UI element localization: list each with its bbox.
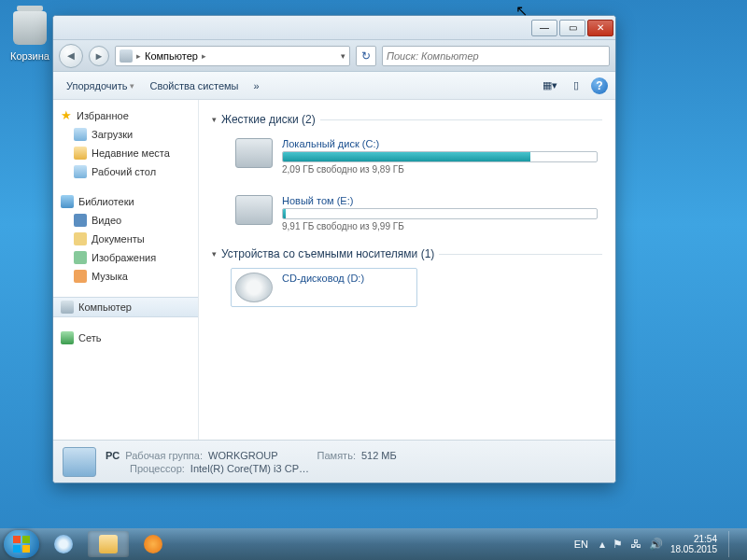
tray-expand-icon[interactable]: ▴ (599, 538, 605, 551)
hdd-icon (235, 138, 273, 168)
organize-button[interactable]: Упорядочить ▾ (61, 77, 140, 94)
group-header-label: Жесткие диски (2) (221, 113, 316, 126)
sidebar-favorites[interactable]: ★ Избранное (53, 105, 198, 125)
cpu-label: Процессор: (130, 463, 185, 474)
content-pane: ▾ Жесткие диски (2) Локальный диск (C:) … (199, 100, 615, 440)
system-properties-label: Свойства системы (149, 80, 238, 91)
drive-title: Локальный диск (C:) (282, 138, 598, 149)
search-input[interactable] (387, 50, 605, 62)
system-properties-button[interactable]: Свойства системы (144, 77, 244, 94)
memory-label: Память: (317, 450, 356, 461)
svg-rect-2 (13, 545, 21, 553)
group-header-hdd[interactable]: ▾ Жесткие диски (2) (212, 113, 602, 126)
refresh-button[interactable]: ↻ (356, 46, 376, 66)
volume-icon[interactable]: 🔊 (649, 538, 663, 551)
sidebar-item-label: Музыка (92, 271, 128, 282)
taskbar-item-explorer[interactable] (88, 531, 129, 557)
sidebar-item-documents[interactable]: Документы (53, 230, 198, 248)
wmp-icon (144, 535, 162, 553)
minimize-button[interactable]: ― (531, 20, 557, 36)
preview-pane-button[interactable]: ▯ (565, 77, 587, 95)
memory-value: 512 МБ (361, 450, 397, 461)
group-header-removable[interactable]: ▾ Устройства со съемными носителями (1) (212, 247, 602, 260)
workgroup-value: WORKGROUP (208, 450, 278, 461)
view-options-icon: ▦▾ (543, 79, 557, 91)
help-button[interactable]: ? (591, 77, 608, 94)
recycle-bin-icon (13, 11, 47, 45)
maximize-button[interactable]: ▭ (559, 20, 585, 36)
breadcrumb-item[interactable]: Компьютер (145, 50, 198, 62)
nav-forward-button[interactable]: ► (89, 46, 109, 66)
clock-date: 18.05.2015 (670, 544, 717, 555)
drive-title: Новый том (E:) (282, 195, 598, 206)
divider (320, 119, 602, 120)
capacity-fill (283, 209, 286, 218)
breadcrumb-dropdown[interactable]: ▾ (341, 51, 345, 61)
sidebar-computer-label: Компьютер (78, 301, 132, 313)
computer-large-icon (63, 447, 96, 477)
network-icon (61, 331, 74, 344)
sidebar-computer[interactable]: Компьютер (53, 297, 198, 317)
sidebar-item-videos[interactable]: Видео (53, 211, 198, 230)
computer-icon (120, 49, 133, 63)
sidebar-libraries[interactable]: Библиотеки (53, 192, 198, 211)
recycle-bin-label: Корзина (10, 50, 49, 62)
recycle-bin[interactable]: Корзина (6, 11, 54, 63)
sidebar-network[interactable]: Сеть (53, 329, 198, 347)
sidebar-item-label: Видео (92, 215, 121, 226)
drive-item-e[interactable]: Новый том (E:) 9,91 ГБ свободно из 9,99 … (231, 190, 602, 236)
taskbar-item-wmp[interactable] (133, 531, 174, 557)
sidebar-network-label: Сеть (78, 332, 101, 343)
close-button[interactable]: ✕ (587, 20, 613, 36)
capacity-bar (282, 208, 598, 219)
taskbar-item-ie[interactable] (43, 531, 84, 557)
start-button[interactable] (4, 530, 39, 558)
cd-drive-icon (235, 273, 273, 302)
show-desktop-button[interactable] (728, 531, 738, 557)
drive-item-c[interactable]: Локальный диск (C:) 2,09 ГБ свободно из … (231, 133, 602, 179)
collapse-icon: ▾ (212, 115, 217, 124)
folder-icon (99, 535, 118, 553)
sidebar-item-recent[interactable]: Недавние места (53, 144, 198, 162)
sidebar-item-pictures[interactable]: Изображения (53, 248, 198, 267)
star-icon: ★ (61, 108, 72, 122)
nav-sidebar: ★ Избранное Загрузки Недавние места Рабо… (53, 100, 199, 440)
tray-clock[interactable]: 21:54 18.05.2015 (670, 534, 717, 555)
mouse-cursor: ↖ (515, 2, 528, 20)
sidebar-item-desktop[interactable]: Рабочий стол (53, 162, 198, 181)
sidebar-item-downloads[interactable]: Загрузки (53, 125, 198, 144)
svg-rect-0 (13, 536, 21, 543)
system-tray: EN ▴ ⚑ 🖧 🔊 21:54 18.05.2015 (565, 531, 743, 557)
action-center-icon[interactable]: ⚑ (613, 538, 623, 551)
view-options-button[interactable]: ▦▾ (539, 77, 561, 95)
search-box[interactable] (382, 46, 610, 66)
downloads-icon (74, 128, 87, 141)
sidebar-libraries-label: Библиотеки (78, 196, 134, 207)
address-bar-row: ◄ ► ▸ Компьютер ▸ ▾ ↻ (53, 40, 615, 72)
breadcrumb[interactable]: ▸ Компьютер ▸ ▾ (115, 46, 350, 66)
titlebar[interactable]: ― ▭ ✕ (53, 16, 615, 40)
libraries-icon (61, 195, 74, 208)
pc-name: PC (106, 450, 120, 461)
explorer-window: ― ▭ ✕ ◄ ► ▸ Компьютер ▸ ▾ ↻ Упорядочить … (52, 15, 616, 483)
chevron-down-icon: ▾ (130, 81, 134, 91)
video-icon (74, 214, 87, 227)
organize-label: Упорядочить (66, 80, 127, 91)
drive-item-d[interactable]: CD-дисковод (D:) (231, 268, 417, 307)
tray-language[interactable]: EN (571, 537, 592, 552)
pictures-icon (74, 251, 87, 264)
nav-back-button[interactable]: ◄ (59, 44, 83, 68)
preview-pane-icon: ▯ (573, 79, 579, 91)
desktop-icon (74, 165, 87, 178)
sidebar-item-label: Изображения (92, 252, 156, 263)
network-icon[interactable]: 🖧 (630, 538, 641, 551)
drive-subtitle: 2,09 ГБ свободно из 9,89 ГБ (282, 164, 598, 175)
recent-icon (74, 147, 87, 160)
toolbar-overflow-button[interactable]: » (247, 77, 264, 94)
workgroup-label: Рабочая группа: (125, 450, 203, 461)
capacity-fill (283, 152, 530, 161)
music-icon (74, 270, 87, 283)
sidebar-item-music[interactable]: Музыка (53, 267, 198, 286)
sidebar-item-label: Документы (92, 233, 145, 245)
breadcrumb-sep-icon: ▸ (202, 51, 206, 61)
